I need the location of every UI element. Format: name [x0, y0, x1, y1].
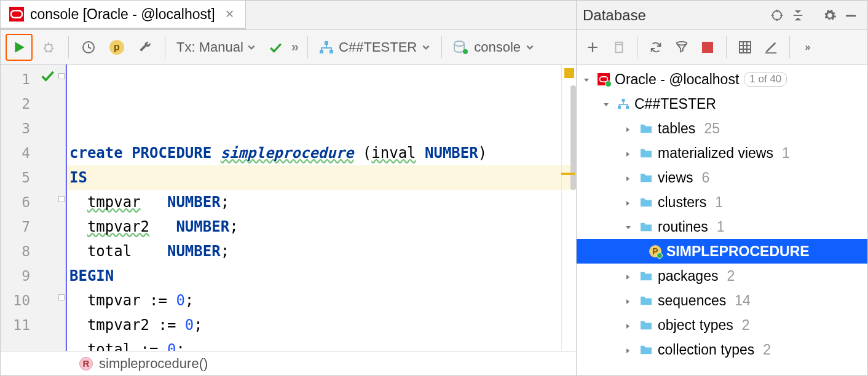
code-line[interactable]: tmpvar2 NUMBER; — [67, 214, 576, 239]
close-icon[interactable]: ✕ — [221, 7, 234, 21]
svg-point-7 — [463, 49, 468, 54]
database-tree[interactable]: Oracle - @localhost1 of 40C##TESTERtable… — [577, 65, 867, 375]
debug-button[interactable] — [36, 35, 61, 60]
line-number: 1 — [1, 67, 36, 92]
mark-gutter — [36, 65, 66, 351]
folder-label: packages — [658, 268, 718, 284]
run-button[interactable] — [6, 34, 33, 61]
folder-count: 1 — [711, 194, 723, 211]
tree-routine-item[interactable]: PSIMPLEPROCEDURE — [577, 239, 867, 264]
schema-icon — [617, 98, 629, 110]
code-line[interactable]: tmpvar NUMBER; — [67, 190, 576, 214]
line-number: 4 — [1, 141, 36, 165]
warning-icon — [564, 68, 574, 78]
svg-rect-5 — [329, 50, 333, 53]
tree-folder-object-types[interactable]: object types2 — [577, 313, 867, 337]
code-area[interactable]: create PROCEDURE simpleprocedure (inval … — [66, 65, 576, 351]
svg-rect-10 — [846, 15, 856, 17]
collapse-icon[interactable] — [787, 9, 808, 22]
folder-label: object types — [658, 317, 733, 334]
tree-folder-collection-types[interactable]: collection types2 — [577, 337, 867, 362]
tree-folder-clusters[interactable]: clusters1 — [577, 190, 867, 214]
fold-handle[interactable] — [58, 73, 65, 79]
commit-button[interactable] — [263, 35, 288, 60]
schema-selector[interactable]: C##TESTER — [315, 39, 434, 55]
minimize-icon[interactable] — [840, 9, 861, 22]
editor-tab-bar: console [Oracle - @localhost] ✕ — [1, 1, 576, 30]
line-number: 8 — [1, 239, 36, 264]
line-number: 10 — [1, 288, 36, 313]
more-icon[interactable]: » — [291, 39, 300, 55]
code-editor[interactable]: 1234567891011 create PROCEDURE simplepro… — [1, 65, 576, 351]
svg-rect-4 — [320, 50, 323, 53]
datasource-count: 1 of 40 — [744, 72, 787, 87]
tree-folder-routines[interactable]: routines1 — [577, 214, 867, 239]
console-label: console — [474, 39, 521, 55]
editor-tab[interactable]: console [Oracle - @localhost] ✕ — [1, 1, 246, 29]
tree-folder-sequences[interactable]: sequences14 — [577, 288, 867, 313]
svg-rect-16 — [600, 77, 608, 82]
svg-rect-9 — [794, 15, 803, 16]
tree-folder-tables[interactable]: tables25 — [577, 116, 867, 141]
gear-icon[interactable] — [819, 9, 840, 22]
svg-point-8 — [773, 10, 782, 20]
tx-label: Tx: Manual — [176, 39, 243, 55]
tree-folder-materialized-views[interactable]: materialized views1 — [577, 141, 867, 165]
code-line[interactable]: BEGIN — [67, 264, 576, 288]
chevron-down-icon — [526, 43, 534, 52]
error-stripe[interactable] — [561, 65, 576, 351]
tree-folder-packages[interactable]: packages2 — [577, 264, 867, 288]
chevron-down-icon — [422, 43, 430, 52]
folder-label: clusters — [658, 194, 706, 211]
table-button[interactable] — [734, 35, 756, 60]
more-icon[interactable]: » — [797, 35, 819, 60]
line-number: 9 — [1, 264, 36, 288]
tree-folder-views[interactable]: views6 — [577, 165, 867, 190]
stop-button[interactable] — [696, 35, 719, 60]
code-line[interactable]: create PROCEDURE simpleprocedure (inval … — [67, 141, 576, 165]
tree-datasource[interactable]: Oracle - @localhost1 of 40 — [577, 67, 867, 92]
fold-handle[interactable] — [58, 196, 65, 202]
svg-point-6 — [454, 41, 464, 46]
routine-icon: R — [79, 357, 93, 370]
add-button[interactable] — [582, 35, 604, 60]
routine-label: SIMPLEPROCEDURE — [666, 243, 810, 260]
target-icon[interactable] — [767, 9, 787, 22]
filter-button[interactable] — [671, 35, 693, 60]
procedure-icon: P — [649, 245, 661, 257]
code-line[interactable]: total NUMBER; — [67, 239, 576, 264]
check-icon — [40, 68, 55, 83]
schema-label: C##TESTER — [634, 96, 716, 112]
folder-count: 14 — [731, 292, 751, 309]
code-line[interactable]: tmpvar2 := 0; — [67, 313, 576, 337]
folder-label: views — [658, 170, 693, 186]
warning-marker[interactable] — [561, 173, 575, 175]
folder-count: 6 — [698, 170, 710, 186]
svg-rect-19 — [626, 106, 629, 109]
oracle-icon — [598, 73, 610, 85]
tree-schema[interactable]: C##TESTER — [577, 92, 867, 116]
console-selector[interactable]: console — [449, 39, 538, 55]
code-line[interactable]: IS — [67, 165, 576, 190]
tx-mode-dropdown[interactable]: Tx: Manual — [173, 39, 259, 55]
svg-rect-0 — [11, 10, 22, 18]
refresh-button[interactable] — [645, 35, 667, 60]
history-button[interactable] — [76, 35, 101, 60]
folder-count: 2 — [738, 317, 750, 334]
fold-handle[interactable] — [58, 294, 65, 300]
code-line[interactable]: total := 0; — [67, 337, 576, 351]
schema-label: C##TESTER — [339, 39, 417, 55]
wrench-button[interactable] — [133, 35, 157, 60]
editor-tab-title: console [Oracle - @localhost] — [30, 6, 215, 23]
line-number: 7 — [1, 214, 36, 239]
duplicate-button[interactable] — [607, 35, 629, 60]
breadcrumb[interactable]: R simpleprocedure() — [1, 351, 576, 375]
line-number: 3 — [1, 116, 36, 141]
edit-button[interactable] — [760, 35, 782, 60]
p-badge-button[interactable]: p — [105, 35, 129, 60]
console-icon — [453, 41, 469, 54]
breadcrumb-label: simpleprocedure() — [99, 356, 208, 372]
schema-icon — [319, 41, 334, 54]
line-number-gutter: 1234567891011 — [1, 65, 36, 351]
code-line[interactable]: tmpvar := 0; — [67, 288, 576, 313]
